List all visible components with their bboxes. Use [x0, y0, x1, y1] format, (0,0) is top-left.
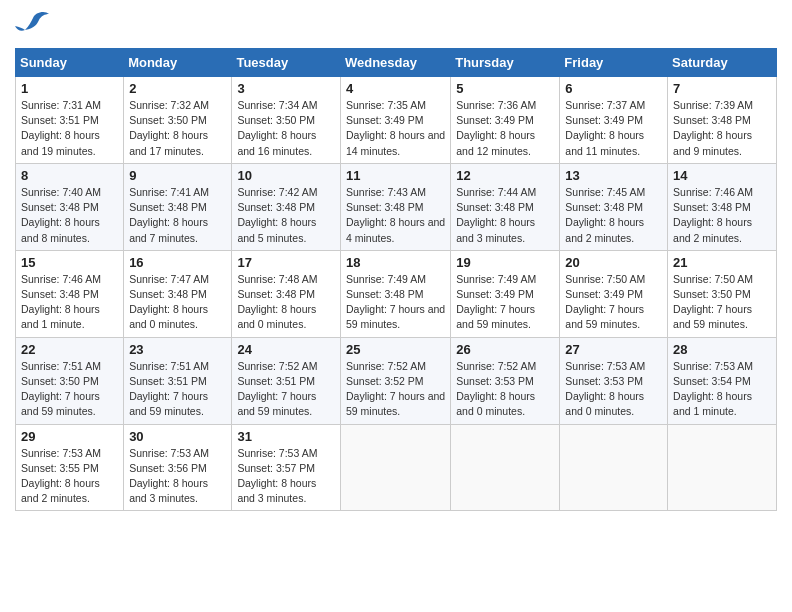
day-number: 8 — [21, 168, 118, 183]
day-info: Sunrise: 7:48 AMSunset: 3:48 PMDaylight:… — [237, 273, 317, 331]
calendar-week-row: 15 Sunrise: 7:46 AMSunset: 3:48 PMDaylig… — [16, 250, 777, 337]
calendar-cell: 21 Sunrise: 7:50 AMSunset: 3:50 PMDaylig… — [668, 250, 777, 337]
day-number: 26 — [456, 342, 554, 357]
day-info: Sunrise: 7:46 AMSunset: 3:48 PMDaylight:… — [673, 186, 753, 244]
day-info: Sunrise: 7:44 AMSunset: 3:48 PMDaylight:… — [456, 186, 536, 244]
day-info: Sunrise: 7:51 AMSunset: 3:51 PMDaylight:… — [129, 360, 209, 418]
calendar-cell: 26 Sunrise: 7:52 AMSunset: 3:53 PMDaylig… — [451, 337, 560, 424]
day-number: 20 — [565, 255, 662, 270]
day-info: Sunrise: 7:32 AMSunset: 3:50 PMDaylight:… — [129, 99, 209, 157]
calendar-cell: 23 Sunrise: 7:51 AMSunset: 3:51 PMDaylig… — [124, 337, 232, 424]
calendar-cell: 1 Sunrise: 7:31 AMSunset: 3:51 PMDayligh… — [16, 77, 124, 164]
day-info: Sunrise: 7:53 AMSunset: 3:56 PMDaylight:… — [129, 447, 209, 505]
day-info: Sunrise: 7:47 AMSunset: 3:48 PMDaylight:… — [129, 273, 209, 331]
calendar-cell — [451, 424, 560, 511]
header — [15, 10, 777, 40]
day-number: 10 — [237, 168, 335, 183]
day-info: Sunrise: 7:39 AMSunset: 3:48 PMDaylight:… — [673, 99, 753, 157]
day-number: 29 — [21, 429, 118, 444]
day-info: Sunrise: 7:45 AMSunset: 3:48 PMDaylight:… — [565, 186, 645, 244]
day-number: 17 — [237, 255, 335, 270]
day-number: 9 — [129, 168, 226, 183]
calendar-cell: 20 Sunrise: 7:50 AMSunset: 3:49 PMDaylig… — [560, 250, 668, 337]
weekday-header: Monday — [124, 49, 232, 77]
weekday-header: Thursday — [451, 49, 560, 77]
day-info: Sunrise: 7:31 AMSunset: 3:51 PMDaylight:… — [21, 99, 101, 157]
calendar-cell: 16 Sunrise: 7:47 AMSunset: 3:48 PMDaylig… — [124, 250, 232, 337]
calendar-cell: 9 Sunrise: 7:41 AMSunset: 3:48 PMDayligh… — [124, 163, 232, 250]
calendar-cell: 24 Sunrise: 7:52 AMSunset: 3:51 PMDaylig… — [232, 337, 341, 424]
day-info: Sunrise: 7:43 AMSunset: 3:48 PMDaylight:… — [346, 186, 445, 244]
day-info: Sunrise: 7:46 AMSunset: 3:48 PMDaylight:… — [21, 273, 101, 331]
day-info: Sunrise: 7:50 AMSunset: 3:50 PMDaylight:… — [673, 273, 753, 331]
day-number: 30 — [129, 429, 226, 444]
day-number: 13 — [565, 168, 662, 183]
calendar-cell: 17 Sunrise: 7:48 AMSunset: 3:48 PMDaylig… — [232, 250, 341, 337]
calendar-cell: 19 Sunrise: 7:49 AMSunset: 3:49 PMDaylig… — [451, 250, 560, 337]
day-info: Sunrise: 7:51 AMSunset: 3:50 PMDaylight:… — [21, 360, 101, 418]
calendar-cell: 14 Sunrise: 7:46 AMSunset: 3:48 PMDaylig… — [668, 163, 777, 250]
weekday-header: Friday — [560, 49, 668, 77]
calendar-week-row: 8 Sunrise: 7:40 AMSunset: 3:48 PMDayligh… — [16, 163, 777, 250]
day-number: 22 — [21, 342, 118, 357]
calendar-cell: 6 Sunrise: 7:37 AMSunset: 3:49 PMDayligh… — [560, 77, 668, 164]
day-info: Sunrise: 7:52 AMSunset: 3:52 PMDaylight:… — [346, 360, 445, 418]
day-info: Sunrise: 7:49 AMSunset: 3:48 PMDaylight:… — [346, 273, 445, 331]
day-info: Sunrise: 7:34 AMSunset: 3:50 PMDaylight:… — [237, 99, 317, 157]
calendar-week-row: 1 Sunrise: 7:31 AMSunset: 3:51 PMDayligh… — [16, 77, 777, 164]
weekday-header: Sunday — [16, 49, 124, 77]
calendar-cell: 31 Sunrise: 7:53 AMSunset: 3:57 PMDaylig… — [232, 424, 341, 511]
calendar-cell: 11 Sunrise: 7:43 AMSunset: 3:48 PMDaylig… — [340, 163, 450, 250]
logo — [15, 10, 55, 40]
weekday-header: Saturday — [668, 49, 777, 77]
day-number: 18 — [346, 255, 445, 270]
calendar-cell: 12 Sunrise: 7:44 AMSunset: 3:48 PMDaylig… — [451, 163, 560, 250]
calendar-cell: 15 Sunrise: 7:46 AMSunset: 3:48 PMDaylig… — [16, 250, 124, 337]
calendar-cell: 7 Sunrise: 7:39 AMSunset: 3:48 PMDayligh… — [668, 77, 777, 164]
day-number: 6 — [565, 81, 662, 96]
calendar-week-row: 22 Sunrise: 7:51 AMSunset: 3:50 PMDaylig… — [16, 337, 777, 424]
day-info: Sunrise: 7:53 AMSunset: 3:55 PMDaylight:… — [21, 447, 101, 505]
calendar-cell: 22 Sunrise: 7:51 AMSunset: 3:50 PMDaylig… — [16, 337, 124, 424]
weekday-header: Wednesday — [340, 49, 450, 77]
day-number: 19 — [456, 255, 554, 270]
calendar-cell: 29 Sunrise: 7:53 AMSunset: 3:55 PMDaylig… — [16, 424, 124, 511]
day-info: Sunrise: 7:53 AMSunset: 3:54 PMDaylight:… — [673, 360, 753, 418]
day-number: 2 — [129, 81, 226, 96]
day-info: Sunrise: 7:50 AMSunset: 3:49 PMDaylight:… — [565, 273, 645, 331]
day-number: 28 — [673, 342, 771, 357]
calendar-table: SundayMondayTuesdayWednesdayThursdayFrid… — [15, 48, 777, 511]
day-info: Sunrise: 7:53 AMSunset: 3:57 PMDaylight:… — [237, 447, 317, 505]
calendar-cell: 30 Sunrise: 7:53 AMSunset: 3:56 PMDaylig… — [124, 424, 232, 511]
calendar-cell: 18 Sunrise: 7:49 AMSunset: 3:48 PMDaylig… — [340, 250, 450, 337]
calendar-cell — [560, 424, 668, 511]
day-number: 5 — [456, 81, 554, 96]
day-number: 25 — [346, 342, 445, 357]
calendar-cell: 25 Sunrise: 7:52 AMSunset: 3:52 PMDaylig… — [340, 337, 450, 424]
day-number: 14 — [673, 168, 771, 183]
day-number: 21 — [673, 255, 771, 270]
day-info: Sunrise: 7:41 AMSunset: 3:48 PMDaylight:… — [129, 186, 209, 244]
day-number: 31 — [237, 429, 335, 444]
day-number: 11 — [346, 168, 445, 183]
day-info: Sunrise: 7:36 AMSunset: 3:49 PMDaylight:… — [456, 99, 536, 157]
day-info: Sunrise: 7:37 AMSunset: 3:49 PMDaylight:… — [565, 99, 645, 157]
calendar-header-row: SundayMondayTuesdayWednesdayThursdayFrid… — [16, 49, 777, 77]
calendar-cell: 4 Sunrise: 7:35 AMSunset: 3:49 PMDayligh… — [340, 77, 450, 164]
day-info: Sunrise: 7:52 AMSunset: 3:51 PMDaylight:… — [237, 360, 317, 418]
day-number: 24 — [237, 342, 335, 357]
day-info: Sunrise: 7:49 AMSunset: 3:49 PMDaylight:… — [456, 273, 536, 331]
calendar-cell: 5 Sunrise: 7:36 AMSunset: 3:49 PMDayligh… — [451, 77, 560, 164]
calendar-cell: 27 Sunrise: 7:53 AMSunset: 3:53 PMDaylig… — [560, 337, 668, 424]
calendar-cell: 8 Sunrise: 7:40 AMSunset: 3:48 PMDayligh… — [16, 163, 124, 250]
day-number: 7 — [673, 81, 771, 96]
calendar-cell: 3 Sunrise: 7:34 AMSunset: 3:50 PMDayligh… — [232, 77, 341, 164]
calendar-cell: 28 Sunrise: 7:53 AMSunset: 3:54 PMDaylig… — [668, 337, 777, 424]
calendar-cell: 13 Sunrise: 7:45 AMSunset: 3:48 PMDaylig… — [560, 163, 668, 250]
day-number: 23 — [129, 342, 226, 357]
logo-bird-icon — [15, 10, 51, 40]
day-number: 27 — [565, 342, 662, 357]
day-info: Sunrise: 7:52 AMSunset: 3:53 PMDaylight:… — [456, 360, 536, 418]
day-number: 12 — [456, 168, 554, 183]
calendar-cell: 10 Sunrise: 7:42 AMSunset: 3:48 PMDaylig… — [232, 163, 341, 250]
